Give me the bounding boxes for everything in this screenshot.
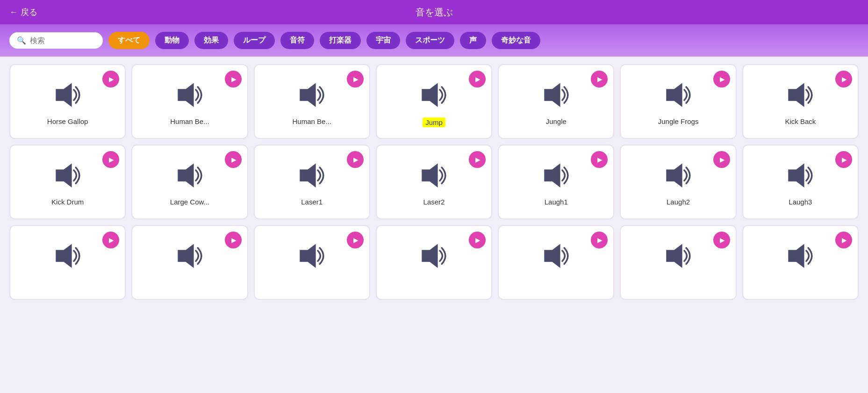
filter-btn-all[interactable]: すべて [108, 32, 150, 49]
filter-btn-loops[interactable]: ループ [234, 32, 275, 49]
sound-label: Large Cow... [170, 198, 209, 206]
speaker-icon [784, 153, 817, 198]
play-button[interactable]: ▶ [469, 71, 486, 87]
filter-btn-space[interactable]: 宇宙 [366, 32, 400, 49]
sound-card[interactable]: ▶ Laser2 [376, 145, 492, 219]
filter-btn-animals[interactable]: 動物 [155, 32, 189, 49]
play-button[interactable]: ▶ [835, 232, 852, 248]
speaker-icon [540, 153, 573, 198]
svg-marker-1 [178, 83, 194, 107]
sound-card[interactable]: ▶ [9, 225, 126, 300]
play-icon: ▶ [353, 236, 359, 244]
svg-marker-7 [56, 163, 72, 187]
speaker-icon [51, 233, 84, 278]
sound-card[interactable]: ▶ Human Be... [254, 64, 370, 139]
sound-card[interactable]: ▶ Jungle [498, 64, 614, 139]
play-icon: ▶ [231, 75, 237, 83]
speaker-icon [295, 233, 328, 278]
play-button[interactable]: ▶ [591, 71, 608, 87]
play-button[interactable]: ▶ [713, 151, 730, 168]
filter-bar: 🔍 すべて動物効果ループ音符打楽器宇宙スポーツ声奇妙な音 [0, 24, 868, 57]
speaker-icon [662, 153, 695, 198]
play-button[interactable]: ▶ [713, 71, 730, 87]
svg-marker-10 [422, 163, 438, 187]
sound-card[interactable]: ▶ Laugh1 [498, 145, 614, 219]
search-input[interactable] [30, 36, 91, 45]
play-button[interactable]: ▶ [347, 71, 364, 87]
sound-card[interactable]: ▶ [742, 225, 859, 300]
sound-card[interactable]: ▶ Jump [376, 64, 492, 139]
play-icon: ▶ [475, 75, 481, 83]
sound-card[interactable]: ▶ Human Be... [131, 64, 248, 139]
speaker-icon [51, 73, 84, 117]
page-title: 音を選ぶ [416, 6, 453, 19]
sound-card[interactable]: ▶ [131, 225, 248, 300]
svg-marker-8 [178, 163, 194, 187]
play-button[interactable]: ▶ [835, 71, 852, 87]
sound-label: Human Be... [293, 117, 331, 125]
svg-marker-12 [666, 163, 682, 187]
sound-card[interactable]: ▶ [254, 225, 370, 300]
sound-card[interactable]: ▶ [620, 225, 736, 300]
back-label: 戻る [21, 7, 37, 18]
play-icon: ▶ [353, 156, 359, 163]
sound-label: Laugh2 [667, 198, 690, 206]
sound-label: Jungle [546, 117, 567, 125]
sound-card[interactable]: ▶ [376, 225, 492, 300]
play-button[interactable]: ▶ [102, 151, 119, 168]
sound-label: Jump [423, 117, 445, 127]
speaker-icon [662, 73, 695, 117]
play-button[interactable]: ▶ [102, 232, 119, 248]
back-arrow-icon: ← [9, 7, 18, 17]
play-button[interactable]: ▶ [347, 151, 364, 168]
play-button[interactable]: ▶ [347, 232, 364, 248]
filter-btn-voice[interactable]: 声 [460, 32, 486, 49]
speaker-icon [540, 233, 573, 278]
filter-btn-percussion[interactable]: 打楽器 [320, 32, 361, 49]
filter-btn-notes[interactable]: 音符 [280, 32, 314, 49]
play-button[interactable]: ▶ [225, 151, 242, 168]
speaker-icon [51, 153, 84, 198]
sound-card[interactable]: ▶ [498, 225, 614, 300]
sound-card[interactable]: ▶ Laugh3 [742, 145, 859, 219]
play-button[interactable]: ▶ [835, 151, 852, 168]
speaker-icon [173, 233, 206, 278]
filter-btn-sports[interactable]: スポーツ [406, 32, 454, 49]
play-icon: ▶ [842, 75, 847, 83]
sound-card[interactable]: ▶ Horse Gallop [9, 64, 126, 139]
sound-label: Laser1 [301, 198, 323, 206]
play-button[interactable]: ▶ [225, 71, 242, 87]
play-button[interactable]: ▶ [469, 232, 486, 248]
sound-card[interactable]: ▶ Laugh2 [620, 145, 736, 219]
svg-marker-18 [544, 244, 560, 268]
play-icon: ▶ [720, 156, 725, 163]
play-icon: ▶ [842, 156, 847, 163]
play-icon: ▶ [231, 156, 237, 163]
play-icon: ▶ [475, 156, 481, 163]
play-icon: ▶ [597, 236, 603, 244]
filter-buttons: すべて動物効果ループ音符打楽器宇宙スポーツ声奇妙な音 [108, 32, 540, 49]
play-icon: ▶ [475, 236, 481, 244]
play-button[interactable]: ▶ [591, 151, 608, 168]
sound-label: Laugh3 [789, 198, 812, 206]
play-icon: ▶ [109, 75, 114, 83]
sound-card[interactable]: ▶ Laser1 [254, 145, 370, 219]
svg-marker-0 [56, 83, 72, 107]
play-button[interactable]: ▶ [591, 232, 608, 248]
play-icon: ▶ [353, 75, 359, 83]
filter-btn-effects[interactable]: 効果 [194, 32, 228, 49]
play-button[interactable]: ▶ [225, 232, 242, 248]
sound-card[interactable]: ▶ Kick Drum [9, 145, 126, 219]
back-button[interactable]: ← 戻る [9, 7, 37, 18]
sound-card[interactable]: ▶ Jungle Frogs [620, 64, 736, 139]
play-icon: ▶ [109, 156, 114, 163]
play-button[interactable]: ▶ [102, 71, 119, 87]
play-button[interactable]: ▶ [713, 232, 730, 248]
speaker-icon [417, 73, 450, 117]
play-button[interactable]: ▶ [469, 151, 486, 168]
svg-marker-16 [300, 244, 316, 268]
sound-card[interactable]: ▶ Large Cow... [131, 145, 248, 219]
sound-card[interactable]: ▶ Kick Back [742, 64, 859, 139]
svg-marker-3 [422, 83, 438, 107]
filter-btn-weird[interactable]: 奇妙な音 [492, 32, 540, 49]
